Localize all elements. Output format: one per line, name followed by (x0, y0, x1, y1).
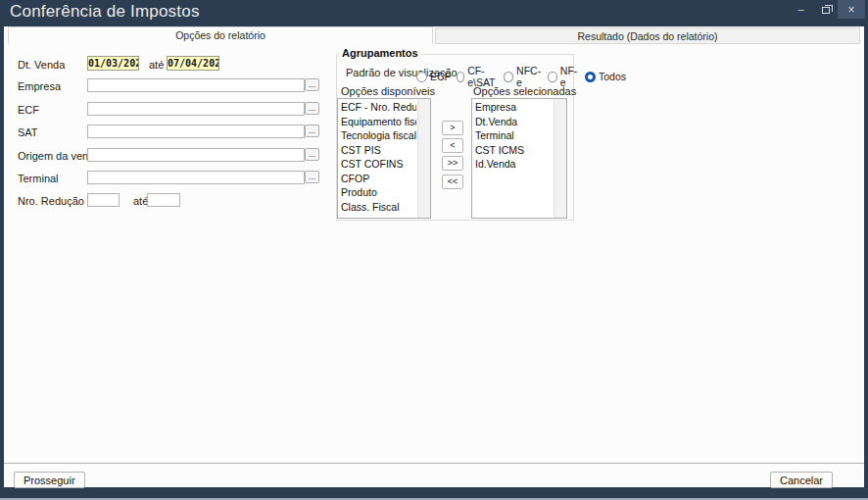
list-item[interactable]: CST ICMS (472, 143, 553, 158)
nro-reducao-label: Nro. Redução Z (18, 195, 94, 207)
terminal-browse-button[interactable]: ... (305, 171, 319, 183)
radio-selected-icon (585, 72, 596, 82)
available-listbox-scrollbar[interactable] (417, 99, 430, 218)
dt-venda-to-input[interactable] (167, 56, 219, 71)
dt-venda-until-label: até (149, 59, 164, 71)
move-right-button[interactable]: > (442, 121, 463, 135)
close-button[interactable]: × (838, 0, 865, 19)
ecf-label: ECF (18, 104, 39, 116)
radio-label: ECF (430, 71, 451, 82)
ecf-input[interactable] (87, 102, 305, 116)
tab-label: Opções do relatório (175, 29, 265, 41)
selected-listbox-scrollbar[interactable] (554, 99, 566, 218)
titlebar[interactable]: Conferência de Impostos – × (0, 0, 868, 26)
list-item[interactable]: Dt.Venda (472, 115, 553, 129)
close-icon: × (847, 4, 854, 16)
list-item[interactable]: CST PIS (338, 143, 416, 158)
list-item[interactable]: Terminal (472, 128, 553, 143)
sat-input[interactable] (87, 125, 305, 138)
sat-browse-button[interactable]: ... (305, 125, 319, 137)
list-item[interactable]: ECF - Nro. Redução Z (338, 100, 416, 115)
selected-options-items: EmpresaDt.VendaTerminalCST ICMSId.Venda (472, 100, 553, 172)
restore-icon (822, 7, 830, 14)
ecf-browse-button[interactable]: ... (305, 102, 319, 115)
radio-icon (416, 72, 427, 82)
list-item[interactable]: Equipamento fiscal (338, 115, 416, 129)
terminal-label: Terminal (18, 173, 59, 184)
minimize-icon: – (797, 4, 803, 15)
list-item[interactable]: Id.Venda (472, 157, 553, 172)
move-all-right-button[interactable]: >> (442, 156, 463, 171)
proceed-button[interactable]: Prosseguir (14, 472, 85, 488)
origem-da-venda-browse-button[interactable]: ... (305, 148, 319, 161)
agrupamentos-title: Agrupamentos (339, 47, 421, 59)
list-item[interactable]: CFOP (338, 172, 416, 186)
agrupamentos-group: Agrupamentos Padrão de visualização ECFC… (336, 54, 574, 221)
window-controls: – × (789, 0, 865, 19)
tab-op-es-do-relat-rio[interactable]: Opções do relatório (8, 26, 433, 44)
minimize-button[interactable]: – (789, 0, 813, 19)
terminal-input[interactable] (87, 171, 305, 184)
footer-bar: Prosseguir Cancelar (4, 463, 864, 487)
list-item[interactable]: Produto (338, 185, 416, 200)
window-title: Conferência de Impostos (10, 2, 200, 22)
available-options-items: ECF - Nro. Redução ZEquipamento fiscalTe… (338, 100, 416, 214)
available-options-listbox[interactable]: ECF - Nro. Redução ZEquipamento fiscalTe… (337, 98, 431, 219)
content-area: Opções do relatórioResultado (Dados do r… (4, 26, 864, 487)
list-item[interactable]: Empresa (472, 100, 553, 115)
tab-bar: Opções do relatórioResultado (Dados do r… (4, 26, 864, 44)
move-left-button[interactable]: < (442, 138, 463, 153)
radio-ecf[interactable]: ECF (416, 71, 451, 82)
restore-button[interactable] (813, 0, 838, 19)
move-all-left-button[interactable]: << (442, 175, 463, 189)
radio-label: Todos (599, 71, 626, 82)
cancel-button[interactable]: Cancelar (770, 472, 833, 488)
selected-options-listbox[interactable]: EmpresaDt.VendaTerminalCST ICMSId.Venda (471, 98, 567, 219)
radio-icon (457, 72, 464, 82)
list-item[interactable]: Tecnologia fiscal (338, 128, 416, 143)
origem-da-venda-input[interactable] (87, 148, 305, 162)
nro-reducao-to-input[interactable] (147, 193, 180, 207)
dt-venda-from-input[interactable] (87, 56, 139, 71)
radio-icon (548, 72, 556, 82)
empresa-label: Empresa (18, 80, 61, 92)
tab-resultado-dados-do-relat-rio[interactable]: Resultado (Dados do relatório) (435, 27, 860, 44)
available-options-label: Opções disponíveis (341, 85, 435, 97)
list-item[interactable]: Class. Fiscal (338, 200, 416, 215)
selected-options-label: Opções selecionadas (473, 85, 576, 97)
radio-todos[interactable]: Todos (585, 71, 626, 82)
sat-label: SAT (18, 126, 38, 138)
dt-venda-label: Dt. Venda (18, 59, 65, 71)
empresa-browse-button[interactable]: ... (305, 78, 319, 91)
nro-reducao-until-label: até (133, 195, 148, 207)
tab-label: Resultado (Dados do relatório) (578, 30, 718, 42)
app-window: Conferência de Impostos – × Opções do re… (0, 0, 868, 500)
empresa-input[interactable] (87, 78, 305, 92)
list-item[interactable]: CST COFINS (338, 157, 416, 172)
radio-icon (504, 72, 513, 82)
nro-reducao-from-input[interactable] (87, 193, 120, 207)
